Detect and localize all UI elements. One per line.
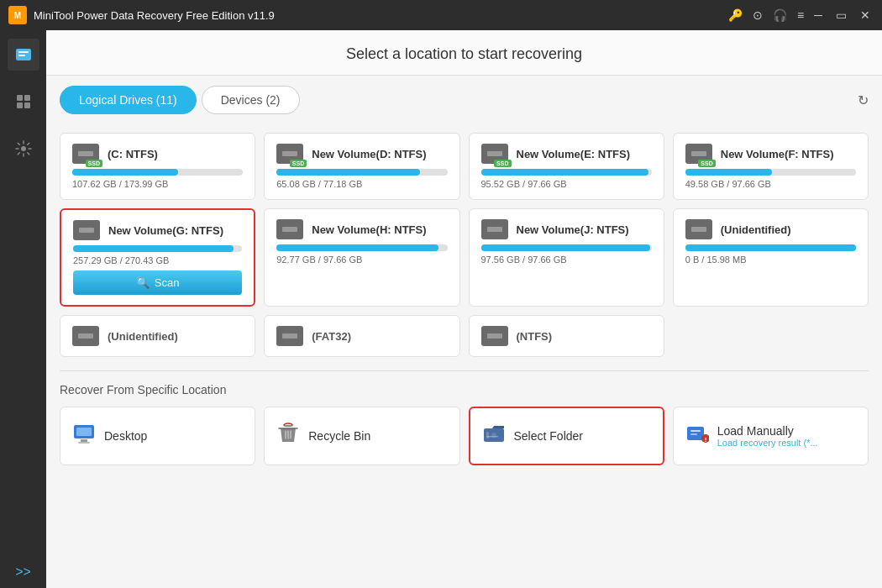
app-title: MiniTool Power Data Recovery Free Editio… — [34, 9, 728, 22]
specific-card-load[interactable]: ! Load Manually Load recovery result (*.… — [673, 407, 869, 465]
drive-size-unident1: 0 B / 15.98 MB — [685, 255, 856, 265]
sidebar-item-tools[interactable] — [8, 86, 39, 118]
restore-button[interactable]: ▭ — [832, 8, 850, 22]
window-controls: ─ ▭ ✕ — [811, 8, 874, 22]
load-icon: ! — [685, 422, 709, 450]
titlebar: M MiniTool Power Data Recovery Free Edit… — [0, 0, 882, 30]
specific-location-grid: Desktop — [60, 407, 869, 465]
minimize-button[interactable]: ─ — [811, 8, 826, 22]
drive-card-c[interactable]: SSD (C: NTFS) 107.62 GB / 173.99 GB — [60, 133, 255, 200]
drive-name-e: New Volume(E: NTFS) — [517, 148, 631, 160]
sidebar-item-settings[interactable] — [8, 133, 39, 165]
page-title: Select a location to start recovering — [46, 30, 882, 76]
drive-size-j: 97.56 GB / 97.66 GB — [481, 255, 652, 265]
refresh-button[interactable]: ↻ — [858, 92, 869, 108]
drive-name-h: New Volume(H: NTFS) — [312, 223, 426, 236]
app-body: >> Select a location to start recovering… — [0, 30, 882, 588]
svg-rect-15 — [486, 432, 489, 438]
folder-icon — [482, 422, 506, 450]
drive-icon-unident2 — [72, 326, 99, 346]
drive-name-g: New Volume(G: NTFS) — [108, 224, 223, 237]
svg-rect-21 — [690, 430, 701, 432]
titlebar-icons: 🔑 ⊙ 🎧 ≡ — [728, 8, 804, 22]
drive-card-h[interactable]: New Volume(H: NTFS) 92.77 GB / 97.66 GB — [264, 208, 459, 307]
drive-card-g[interactable]: New Volume(G: NTFS) 257.29 GB / 270.43 G… — [60, 208, 255, 307]
recycle-icon — [276, 422, 300, 450]
close-button[interactable]: ✕ — [857, 8, 874, 22]
specific-card-recycle[interactable]: Recycle Bin — [264, 407, 459, 465]
account-icon[interactable]: ⊙ — [753, 8, 763, 22]
scan-icon: 🔍 — [136, 276, 150, 289]
drive-icon-unident1 — [685, 219, 712, 239]
expand-icon[interactable]: >> — [15, 564, 31, 579]
folder-label: Select Folder — [514, 429, 583, 443]
svg-rect-7 — [17, 102, 23, 108]
tab-logical-drives[interactable]: Logical Drives (11) — [60, 86, 197, 114]
key-icon[interactable]: 🔑 — [728, 8, 743, 22]
drive-card-d[interactable]: SSD New Volume(D: NTFS) 65.08 GB / 77.18… — [264, 133, 459, 200]
drive-name-f: New Volume(F: NTFS) — [721, 148, 834, 160]
drive-grid-top: SSD (C: NTFS) 107.62 GB / 173.99 GB SSD — [60, 133, 869, 200]
scroll-area: SSD (C: NTFS) 107.62 GB / 173.99 GB SSD — [46, 114, 882, 588]
load-sublabel: Load recovery result (*... — [717, 438, 818, 448]
drive-grid-mid: New Volume(G: NTFS) 257.29 GB / 270.43 G… — [60, 208, 869, 307]
drive-name-unident2: (Unidentified) — [108, 330, 178, 343]
drive-card-e[interactable]: SSD New Volume(E: NTFS) 95.52 GB / 97.66… — [469, 133, 664, 200]
drive-icon-e: SSD — [481, 144, 508, 164]
drive-size-h: 92.77 GB / 97.66 GB — [276, 255, 447, 265]
svg-rect-13 — [76, 428, 92, 436]
svg-text:!: ! — [704, 436, 706, 444]
drive-card-ntfs[interactable]: (NTFS) — [469, 315, 664, 357]
drive-icon-c: SSD — [72, 144, 99, 164]
svg-rect-11 — [81, 439, 87, 442]
drive-card-f[interactable]: SSD New Volume(F: NTFS) 49.58 GB / 97.66… — [673, 133, 869, 200]
drive-name-j: New Volume(J: NTFS) — [517, 223, 629, 236]
drive-size-c: 107.62 GB / 173.99 GB — [72, 179, 243, 189]
svg-point-9 — [21, 146, 26, 151]
drive-icon-ntfs — [481, 326, 508, 346]
drive-card-fat32[interactable]: (FAT32) — [264, 315, 459, 357]
recycle-label: Recycle Bin — [308, 429, 370, 443]
svg-rect-3 — [18, 51, 29, 53]
drive-size-f: 49.58 GB / 97.66 GB — [685, 179, 856, 189]
svg-rect-6 — [24, 95, 30, 101]
drive-icon-fat32 — [276, 326, 303, 346]
specific-card-desktop[interactable]: Desktop — [60, 407, 255, 465]
svg-text:M: M — [14, 11, 21, 20]
drive-grid-small: (Unidentified) (FAT32) (NTFS) — [60, 315, 869, 357]
drive-size-e: 95.52 GB / 97.66 GB — [481, 179, 652, 189]
svg-rect-4 — [18, 55, 25, 56]
drive-name-d: New Volume(D: NTFS) — [312, 148, 426, 160]
svg-point-17 — [491, 433, 496, 438]
scan-button[interactable]: 🔍 Scan — [73, 270, 242, 295]
svg-rect-8 — [24, 102, 30, 108]
sidebar-item-recover[interactable] — [8, 39, 39, 71]
drive-size-g: 257.29 GB / 270.43 GB — [73, 255, 242, 265]
drive-card-unident1[interactable]: (Unidentified) 0 B / 15.98 MB — [673, 208, 869, 307]
drive-card-j[interactable]: New Volume(J: NTFS) 97.56 GB / 97.66 GB — [469, 208, 664, 307]
svg-rect-22 — [690, 433, 697, 435]
drive-icon-h — [276, 219, 303, 239]
tab-devices[interactable]: Devices (2) — [202, 86, 300, 114]
content-area: Select a location to start recovering Lo… — [46, 30, 882, 588]
sidebar: >> — [0, 30, 46, 588]
specific-card-folder[interactable]: Select Folder — [469, 407, 664, 465]
svg-rect-12 — [78, 442, 90, 444]
drive-name-fat32: (FAT32) — [312, 330, 351, 343]
sidebar-expand[interactable]: >> — [15, 564, 31, 580]
drive-name-ntfs: (NTFS) — [517, 330, 553, 343]
tabs-bar: Logical Drives (11) Devices (2) ↻ — [46, 76, 882, 114]
drive-icon-f: SSD — [685, 144, 712, 164]
headphone-icon[interactable]: 🎧 — [773, 8, 787, 22]
svg-rect-5 — [17, 95, 23, 101]
app-logo: M — [8, 6, 27, 24]
drive-card-unident2[interactable]: (Unidentified) — [60, 315, 255, 357]
scan-label: Scan — [155, 276, 180, 289]
drive-icon-d: SSD — [276, 144, 303, 164]
menu-icon[interactable]: ≡ — [797, 8, 804, 22]
drive-name-unident1: (Unidentified) — [721, 223, 791, 236]
drive-name-c: (C: NTFS) — [108, 148, 158, 160]
drive-icon-g — [73, 220, 100, 240]
desktop-label: Desktop — [104, 429, 147, 443]
drive-size-d: 65.08 GB / 77.18 GB — [276, 179, 447, 189]
